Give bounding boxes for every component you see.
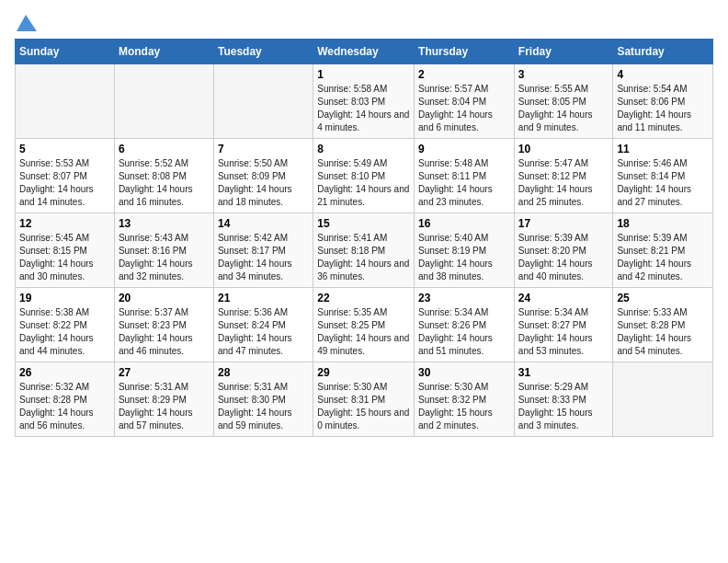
day-info: Sunrise: 5:30 AMSunset: 8:32 PMDaylight:… — [418, 381, 510, 432]
day-number: 12 — [19, 217, 110, 230]
calendar-cell: 23 Sunrise: 5:34 AMSunset: 8:26 PMDaylig… — [415, 288, 515, 362]
day-number: 13 — [119, 217, 210, 230]
day-info: Sunrise: 5:37 AMSunset: 8:23 PMDaylight:… — [119, 306, 210, 358]
calendar-cell: 14 Sunrise: 5:42 AMSunset: 8:17 PMDaylig… — [213, 213, 313, 288]
day-number: 6 — [119, 143, 210, 155]
day-number: 27 — [119, 366, 210, 379]
day-number: 31 — [518, 366, 609, 379]
calendar-cell: 15 Sunrise: 5:41 AMSunset: 8:18 PMDaylig… — [313, 213, 415, 288]
calendar-cell: 24 Sunrise: 5:34 AMSunset: 8:27 PMDaylig… — [514, 288, 613, 362]
page-header — [15, 15, 713, 28]
column-header-wednesday: Wednesday — [313, 40, 415, 64]
calendar-cell: 9 Sunrise: 5:48 AMSunset: 8:11 PMDayligh… — [415, 139, 515, 213]
day-number: 18 — [617, 217, 709, 230]
day-number: 21 — [218, 292, 309, 304]
day-info: Sunrise: 5:42 AMSunset: 8:17 PMDaylight:… — [218, 232, 309, 283]
day-info: Sunrise: 5:36 AMSunset: 8:24 PMDaylight:… — [218, 306, 309, 358]
day-info: Sunrise: 5:32 AMSunset: 8:28 PMDaylight:… — [19, 381, 110, 432]
column-header-friday: Friday — [514, 40, 613, 64]
calendar-cell: 11 Sunrise: 5:46 AMSunset: 8:14 PMDaylig… — [613, 139, 713, 213]
calendar-cell — [114, 64, 213, 139]
day-number: 23 — [418, 292, 510, 304]
day-info: Sunrise: 5:40 AMSunset: 8:19 PMDaylight:… — [418, 232, 510, 283]
day-info: Sunrise: 5:45 AMSunset: 8:15 PMDaylight:… — [19, 232, 110, 283]
logo-icon — [17, 15, 37, 31]
calendar-cell: 19 Sunrise: 5:38 AMSunset: 8:22 PMDaylig… — [16, 288, 115, 362]
calendar-cell: 8 Sunrise: 5:49 AMSunset: 8:10 PMDayligh… — [313, 139, 415, 213]
calendar-cell — [613, 362, 713, 437]
calendar-cell: 18 Sunrise: 5:39 AMSunset: 8:21 PMDaylig… — [613, 213, 713, 288]
day-info: Sunrise: 5:38 AMSunset: 8:22 PMDaylight:… — [19, 306, 110, 358]
calendar-cell: 12 Sunrise: 5:45 AMSunset: 8:15 PMDaylig… — [16, 213, 115, 288]
day-info: Sunrise: 5:41 AMSunset: 8:18 PMDaylight:… — [317, 232, 410, 283]
day-info: Sunrise: 5:52 AMSunset: 8:08 PMDaylight:… — [119, 157, 210, 209]
calendar-cell: 10 Sunrise: 5:47 AMSunset: 8:12 PMDaylig… — [514, 139, 613, 213]
calendar-cell: 6 Sunrise: 5:52 AMSunset: 8:08 PMDayligh… — [114, 139, 213, 213]
column-header-monday: Monday — [114, 40, 213, 64]
day-info: Sunrise: 5:43 AMSunset: 8:16 PMDaylight:… — [119, 232, 210, 283]
day-number: 22 — [317, 292, 410, 304]
day-number: 25 — [617, 292, 709, 304]
calendar-week-0: 1 Sunrise: 5:58 AMSunset: 8:03 PMDayligh… — [16, 64, 713, 139]
svg-marker-0 — [17, 15, 37, 31]
day-info: Sunrise: 5:30 AMSunset: 8:31 PMDaylight:… — [317, 381, 410, 432]
calendar-cell: 25 Sunrise: 5:33 AMSunset: 8:28 PMDaylig… — [613, 288, 713, 362]
day-number: 20 — [119, 292, 210, 304]
day-info: Sunrise: 5:53 AMSunset: 8:07 PMDaylight:… — [19, 157, 110, 209]
calendar-body: 1 Sunrise: 5:58 AMSunset: 8:03 PMDayligh… — [16, 64, 713, 437]
day-info: Sunrise: 5:34 AMSunset: 8:26 PMDaylight:… — [418, 306, 510, 358]
calendar-cell: 20 Sunrise: 5:37 AMSunset: 8:23 PMDaylig… — [114, 288, 213, 362]
day-number: 4 — [617, 68, 709, 81]
day-number: 8 — [317, 143, 410, 155]
day-info: Sunrise: 5:57 AMSunset: 8:04 PMDaylight:… — [418, 83, 510, 134]
day-number: 1 — [317, 68, 410, 81]
calendar-week-3: 19 Sunrise: 5:38 AMSunset: 8:22 PMDaylig… — [16, 288, 713, 362]
calendar-week-1: 5 Sunrise: 5:53 AMSunset: 8:07 PMDayligh… — [16, 139, 713, 213]
calendar-cell: 17 Sunrise: 5:39 AMSunset: 8:20 PMDaylig… — [514, 213, 613, 288]
day-info: Sunrise: 5:33 AMSunset: 8:28 PMDaylight:… — [617, 306, 709, 358]
day-info: Sunrise: 5:39 AMSunset: 8:21 PMDaylight:… — [617, 232, 709, 283]
day-info: Sunrise: 5:47 AMSunset: 8:12 PMDaylight:… — [518, 157, 609, 209]
day-number: 16 — [418, 217, 510, 230]
calendar-cell: 28 Sunrise: 5:31 AMSunset: 8:30 PMDaylig… — [213, 362, 313, 437]
calendar-table: SundayMondayTuesdayWednesdayThursdayFrid… — [15, 39, 713, 437]
calendar-week-2: 12 Sunrise: 5:45 AMSunset: 8:15 PMDaylig… — [16, 213, 713, 288]
calendar-cell: 27 Sunrise: 5:31 AMSunset: 8:29 PMDaylig… — [114, 362, 213, 437]
day-info: Sunrise: 5:35 AMSunset: 8:25 PMDaylight:… — [317, 306, 410, 358]
calendar-cell: 30 Sunrise: 5:30 AMSunset: 8:32 PMDaylig… — [415, 362, 515, 437]
calendar-cell — [213, 64, 313, 139]
day-number: 17 — [518, 217, 609, 230]
day-info: Sunrise: 5:58 AMSunset: 8:03 PMDaylight:… — [317, 83, 410, 134]
calendar-cell: 26 Sunrise: 5:32 AMSunset: 8:28 PMDaylig… — [16, 362, 115, 437]
calendar-header-row: SundayMondayTuesdayWednesdayThursdayFrid… — [16, 40, 713, 64]
calendar-cell: 4 Sunrise: 5:54 AMSunset: 8:06 PMDayligh… — [613, 64, 713, 139]
calendar-cell: 13 Sunrise: 5:43 AMSunset: 8:16 PMDaylig… — [114, 213, 213, 288]
calendar-cell: 29 Sunrise: 5:30 AMSunset: 8:31 PMDaylig… — [313, 362, 415, 437]
day-number: 19 — [19, 292, 110, 304]
day-number: 29 — [317, 366, 410, 379]
calendar-cell: 22 Sunrise: 5:35 AMSunset: 8:25 PMDaylig… — [313, 288, 415, 362]
calendar-cell: 1 Sunrise: 5:58 AMSunset: 8:03 PMDayligh… — [313, 64, 415, 139]
day-info: Sunrise: 5:49 AMSunset: 8:10 PMDaylight:… — [317, 157, 410, 209]
day-number: 3 — [518, 68, 609, 81]
calendar-cell: 2 Sunrise: 5:57 AMSunset: 8:04 PMDayligh… — [415, 64, 515, 139]
day-number: 10 — [518, 143, 609, 155]
logo — [15, 15, 37, 28]
day-info: Sunrise: 5:31 AMSunset: 8:29 PMDaylight:… — [119, 381, 210, 432]
day-number: 14 — [218, 217, 309, 230]
calendar-cell — [16, 64, 115, 139]
calendar-cell: 16 Sunrise: 5:40 AMSunset: 8:19 PMDaylig… — [415, 213, 515, 288]
day-info: Sunrise: 5:54 AMSunset: 8:06 PMDaylight:… — [617, 83, 709, 134]
day-number: 5 — [19, 143, 110, 155]
calendar-cell: 3 Sunrise: 5:55 AMSunset: 8:05 PMDayligh… — [514, 64, 613, 139]
day-number: 15 — [317, 217, 410, 230]
day-info: Sunrise: 5:29 AMSunset: 8:33 PMDaylight:… — [518, 381, 609, 432]
day-info: Sunrise: 5:50 AMSunset: 8:09 PMDaylight:… — [218, 157, 309, 209]
day-info: Sunrise: 5:55 AMSunset: 8:05 PMDaylight:… — [518, 83, 609, 134]
calendar-week-4: 26 Sunrise: 5:32 AMSunset: 8:28 PMDaylig… — [16, 362, 713, 437]
day-info: Sunrise: 5:48 AMSunset: 8:11 PMDaylight:… — [418, 157, 510, 209]
column-header-sunday: Sunday — [16, 40, 115, 64]
day-number: 11 — [617, 143, 709, 155]
day-number: 26 — [19, 366, 110, 379]
day-number: 28 — [218, 366, 309, 379]
